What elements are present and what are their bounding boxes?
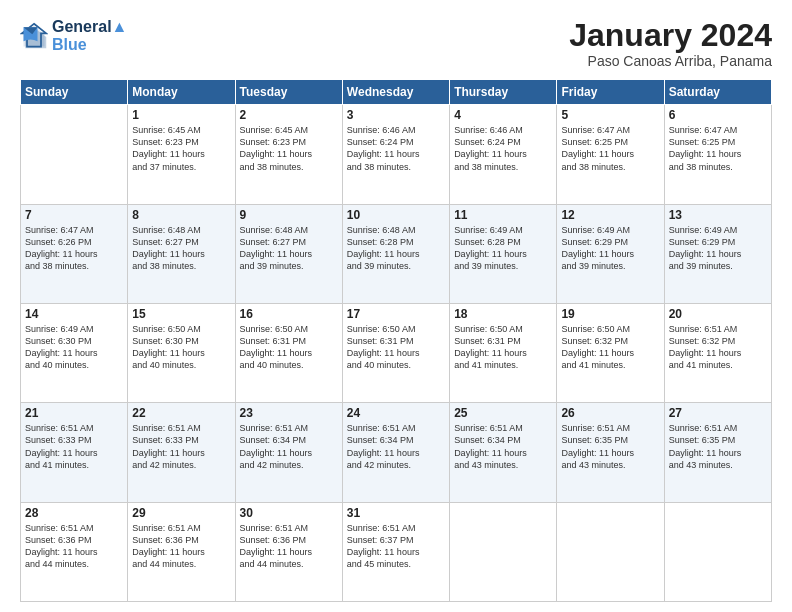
day-number: 24 (347, 406, 445, 420)
weekday-header-thursday: Thursday (450, 80, 557, 105)
day-number: 21 (25, 406, 123, 420)
calendar-cell: 11Sunrise: 6:49 AM Sunset: 6:28 PM Dayli… (450, 204, 557, 303)
cell-info: Sunrise: 6:51 AM Sunset: 6:32 PM Dayligh… (669, 323, 767, 372)
month-title: January 2024 (569, 18, 772, 53)
cell-info: Sunrise: 6:46 AM Sunset: 6:24 PM Dayligh… (454, 124, 552, 173)
calendar-cell: 3Sunrise: 6:46 AM Sunset: 6:24 PM Daylig… (342, 105, 449, 204)
weekday-header-monday: Monday (128, 80, 235, 105)
day-number: 19 (561, 307, 659, 321)
calendar-cell: 19Sunrise: 6:50 AM Sunset: 6:32 PM Dayli… (557, 303, 664, 402)
calendar-cell: 13Sunrise: 6:49 AM Sunset: 6:29 PM Dayli… (664, 204, 771, 303)
cell-info: Sunrise: 6:51 AM Sunset: 6:37 PM Dayligh… (347, 522, 445, 571)
cell-info: Sunrise: 6:45 AM Sunset: 6:23 PM Dayligh… (240, 124, 338, 173)
cell-info: Sunrise: 6:50 AM Sunset: 6:30 PM Dayligh… (132, 323, 230, 372)
day-number: 27 (669, 406, 767, 420)
calendar-cell: 29Sunrise: 6:51 AM Sunset: 6:36 PM Dayli… (128, 502, 235, 601)
day-number: 2 (240, 108, 338, 122)
cell-info: Sunrise: 6:46 AM Sunset: 6:24 PM Dayligh… (347, 124, 445, 173)
cell-info: Sunrise: 6:51 AM Sunset: 6:36 PM Dayligh… (240, 522, 338, 571)
day-number: 10 (347, 208, 445, 222)
day-number: 12 (561, 208, 659, 222)
day-number: 23 (240, 406, 338, 420)
cell-info: Sunrise: 6:47 AM Sunset: 6:26 PM Dayligh… (25, 224, 123, 273)
cell-info: Sunrise: 6:47 AM Sunset: 6:25 PM Dayligh… (561, 124, 659, 173)
calendar-cell: 14Sunrise: 6:49 AM Sunset: 6:30 PM Dayli… (21, 303, 128, 402)
day-number: 25 (454, 406, 552, 420)
day-number: 14 (25, 307, 123, 321)
day-number: 18 (454, 307, 552, 321)
calendar-cell (557, 502, 664, 601)
calendar-cell: 28Sunrise: 6:51 AM Sunset: 6:36 PM Dayli… (21, 502, 128, 601)
day-number: 22 (132, 406, 230, 420)
cell-info: Sunrise: 6:51 AM Sunset: 6:35 PM Dayligh… (561, 422, 659, 471)
weekday-header-wednesday: Wednesday (342, 80, 449, 105)
weekday-header-row: SundayMondayTuesdayWednesdayThursdayFrid… (21, 80, 772, 105)
calendar-week-1: 1Sunrise: 6:45 AM Sunset: 6:23 PM Daylig… (21, 105, 772, 204)
day-number: 8 (132, 208, 230, 222)
calendar-cell: 8Sunrise: 6:48 AM Sunset: 6:27 PM Daylig… (128, 204, 235, 303)
day-number: 13 (669, 208, 767, 222)
header: General▲ Blue January 2024 Paso Canoas A… (20, 18, 772, 69)
day-number: 31 (347, 506, 445, 520)
cell-info: Sunrise: 6:51 AM Sunset: 6:35 PM Dayligh… (669, 422, 767, 471)
day-number: 26 (561, 406, 659, 420)
cell-info: Sunrise: 6:49 AM Sunset: 6:29 PM Dayligh… (561, 224, 659, 273)
calendar-cell: 2Sunrise: 6:45 AM Sunset: 6:23 PM Daylig… (235, 105, 342, 204)
calendar-cell: 25Sunrise: 6:51 AM Sunset: 6:34 PM Dayli… (450, 403, 557, 502)
cell-info: Sunrise: 6:51 AM Sunset: 6:34 PM Dayligh… (454, 422, 552, 471)
calendar-week-4: 21Sunrise: 6:51 AM Sunset: 6:33 PM Dayli… (21, 403, 772, 502)
cell-info: Sunrise: 6:51 AM Sunset: 6:36 PM Dayligh… (25, 522, 123, 571)
cell-info: Sunrise: 6:45 AM Sunset: 6:23 PM Dayligh… (132, 124, 230, 173)
logo: General▲ Blue (20, 18, 127, 53)
calendar-cell: 31Sunrise: 6:51 AM Sunset: 6:37 PM Dayli… (342, 502, 449, 601)
calendar-cell: 1Sunrise: 6:45 AM Sunset: 6:23 PM Daylig… (128, 105, 235, 204)
day-number: 6 (669, 108, 767, 122)
cell-info: Sunrise: 6:50 AM Sunset: 6:31 PM Dayligh… (454, 323, 552, 372)
weekday-header-sunday: Sunday (21, 80, 128, 105)
weekday-header-tuesday: Tuesday (235, 80, 342, 105)
calendar-cell (450, 502, 557, 601)
calendar-cell: 17Sunrise: 6:50 AM Sunset: 6:31 PM Dayli… (342, 303, 449, 402)
weekday-header-friday: Friday (557, 80, 664, 105)
day-number: 30 (240, 506, 338, 520)
day-number: 5 (561, 108, 659, 122)
day-number: 9 (240, 208, 338, 222)
weekday-header-saturday: Saturday (664, 80, 771, 105)
calendar-cell: 5Sunrise: 6:47 AM Sunset: 6:25 PM Daylig… (557, 105, 664, 204)
cell-info: Sunrise: 6:48 AM Sunset: 6:27 PM Dayligh… (132, 224, 230, 273)
day-number: 7 (25, 208, 123, 222)
cell-info: Sunrise: 6:50 AM Sunset: 6:32 PM Dayligh… (561, 323, 659, 372)
day-number: 15 (132, 307, 230, 321)
calendar-cell: 18Sunrise: 6:50 AM Sunset: 6:31 PM Dayli… (450, 303, 557, 402)
logo-icon (20, 22, 48, 50)
calendar-cell: 24Sunrise: 6:51 AM Sunset: 6:34 PM Dayli… (342, 403, 449, 502)
day-number: 16 (240, 307, 338, 321)
calendar-cell: 26Sunrise: 6:51 AM Sunset: 6:35 PM Dayli… (557, 403, 664, 502)
calendar-week-2: 7Sunrise: 6:47 AM Sunset: 6:26 PM Daylig… (21, 204, 772, 303)
calendar-cell: 22Sunrise: 6:51 AM Sunset: 6:33 PM Dayli… (128, 403, 235, 502)
logo-blue: Blue (52, 36, 127, 54)
cell-info: Sunrise: 6:51 AM Sunset: 6:33 PM Dayligh… (25, 422, 123, 471)
cell-info: Sunrise: 6:49 AM Sunset: 6:30 PM Dayligh… (25, 323, 123, 372)
logo-general: General (52, 18, 112, 35)
day-number: 29 (132, 506, 230, 520)
calendar-cell: 20Sunrise: 6:51 AM Sunset: 6:32 PM Dayli… (664, 303, 771, 402)
title-area: January 2024 Paso Canoas Arriba, Panama (569, 18, 772, 69)
calendar-cell: 9Sunrise: 6:48 AM Sunset: 6:27 PM Daylig… (235, 204, 342, 303)
calendar-cell: 15Sunrise: 6:50 AM Sunset: 6:30 PM Dayli… (128, 303, 235, 402)
page: General▲ Blue January 2024 Paso Canoas A… (0, 0, 792, 612)
cell-info: Sunrise: 6:49 AM Sunset: 6:29 PM Dayligh… (669, 224, 767, 273)
cell-info: Sunrise: 6:50 AM Sunset: 6:31 PM Dayligh… (347, 323, 445, 372)
calendar-cell: 30Sunrise: 6:51 AM Sunset: 6:36 PM Dayli… (235, 502, 342, 601)
day-number: 11 (454, 208, 552, 222)
calendar-cell: 12Sunrise: 6:49 AM Sunset: 6:29 PM Dayli… (557, 204, 664, 303)
cell-info: Sunrise: 6:48 AM Sunset: 6:28 PM Dayligh… (347, 224, 445, 273)
calendar-cell (664, 502, 771, 601)
day-number: 17 (347, 307, 445, 321)
cell-info: Sunrise: 6:51 AM Sunset: 6:34 PM Dayligh… (240, 422, 338, 471)
cell-info: Sunrise: 6:50 AM Sunset: 6:31 PM Dayligh… (240, 323, 338, 372)
location: Paso Canoas Arriba, Panama (569, 53, 772, 69)
cell-info: Sunrise: 6:51 AM Sunset: 6:34 PM Dayligh… (347, 422, 445, 471)
calendar-cell: 23Sunrise: 6:51 AM Sunset: 6:34 PM Dayli… (235, 403, 342, 502)
day-number: 1 (132, 108, 230, 122)
